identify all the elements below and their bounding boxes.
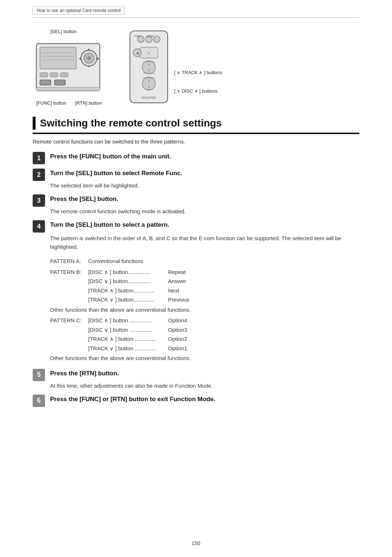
pattern-b-item-2: [DISC ∨ ] button............... Answer — [88, 277, 189, 286]
svg-rect-11 — [40, 80, 51, 85]
svg-rect-8 — [40, 73, 48, 77]
svg-text:∨: ∨ — [148, 63, 150, 66]
right-remote: PWR BAND + ◀ ∨ ∧ TUNE/SEEK TRACK/APS — [127, 29, 222, 105]
step-number-4: 4 — [33, 220, 45, 233]
track-up-opt2-key: [TRACK ∧ ] button .............. — [88, 334, 168, 344]
svg-text:PRESET/CH: PRESET/CH — [143, 77, 155, 79]
track-up-next-val: Next — [168, 286, 179, 295]
step-number-3: 3 — [33, 194, 45, 207]
pattern-b-footer: Other functions than the above are conve… — [50, 305, 359, 315]
pattern-b-item-3: [TRACK ∧ ] button.............. Next — [88, 286, 189, 295]
track-down-opt1-val: Option1 — [168, 344, 187, 353]
track-up-opt2-val: Option2 — [168, 334, 187, 344]
disc-down-answer-val: Answer — [168, 277, 186, 286]
pattern-section: PATTERN A: Conventional functions PATTER… — [50, 257, 359, 363]
step-5-note: At this time, other adjustments can also… — [50, 383, 359, 389]
svg-text:▶: ▶ — [97, 57, 99, 60]
pattern-c-items: [DISC ∧ ] button ............... Option4… — [88, 316, 187, 353]
section-intro: Remote control functions can be switched… — [33, 138, 359, 145]
step-2-note: The selected item will be highlighted. — [50, 182, 359, 189]
step-2: 2 Turn the [SEL] button to select Remote… — [33, 168, 359, 181]
breadcrumb: How to use an optional Card remote contr… — [33, 7, 124, 15]
svg-text:∧: ∧ — [148, 69, 150, 72]
pattern-c-row: PATTERN C: [DISC ∧ ] button ............… — [50, 316, 359, 353]
disc-down-opt3-val: Option3 — [168, 325, 187, 335]
svg-text:◀: ◀ — [136, 51, 139, 55]
section-title: Switching the remote control settings — [33, 117, 359, 134]
track-down-prev-val: Previous — [168, 295, 189, 304]
svg-text:DISC: DISC — [146, 89, 152, 91]
step-6: 6 Press the [FUNC] or [RTN] button to ex… — [33, 394, 359, 407]
svg-rect-1 — [40, 47, 76, 69]
pattern-a-desc: Conventional functions — [88, 257, 143, 266]
page-number: 150 — [192, 540, 200, 546]
pattern-b-row: PATTERN B: [DISC ∧ ] button.............… — [50, 267, 359, 304]
step-number-6: 6 — [33, 395, 45, 407]
steps-container: 1 Press the [FUNC] button of the main un… — [33, 151, 359, 407]
header-divider — [33, 17, 359, 18]
svg-point-21 — [154, 36, 160, 43]
pattern-b-label: PATTERN B: — [50, 267, 88, 304]
svg-text:BAND: BAND — [147, 35, 154, 37]
svg-text:TRACK/APS: TRACK/APS — [143, 72, 155, 74]
step-5-text: Press the [RTN] button. — [50, 368, 119, 377]
section-title-bar — [33, 117, 36, 130]
track-buttons-label: [ ∨ TRACK ∧ ] buttons — [174, 70, 222, 75]
disc-buttons-label: [ ∨ DISC ∧ ] buttons — [174, 88, 222, 94]
step-1: 1 Press the [FUNC] button of the main un… — [33, 151, 359, 164]
svg-text:∨: ∨ — [148, 79, 150, 82]
pattern-c-item-1: [DISC ∧ ] button ............... Option4 — [88, 316, 187, 325]
page-wrapper: How to use an optional Card remote contr… — [0, 0, 392, 557]
pattern-c-item-4: [TRACK ∨ ] button .............. Option1 — [88, 344, 187, 353]
pattern-a-label: PATTERN A: — [50, 257, 88, 266]
track-down-prev-key: [TRACK ∨ ] button.............. — [88, 295, 168, 304]
pattern-a-row: PATTERN A: Conventional functions — [50, 257, 359, 266]
track-up-next-key: [TRACK ∧ ] button.............. — [88, 286, 168, 295]
diagram-area: [SEL] button — [33, 29, 359, 106]
step-2-text: Turn the [SEL] button to select Remote F… — [50, 168, 182, 177]
step-3-note: The remote control function switching mo… — [50, 208, 359, 214]
step-5: 5 Press the [RTN] button. — [33, 368, 359, 381]
step-4-text: Turn the [SEL] button to select a patter… — [50, 219, 169, 229]
step-3: 3 Press the [SEL] button. — [33, 194, 359, 207]
disc-up-opt4-key: [DISC ∧ ] button ............... — [88, 316, 168, 325]
func-label: [FUNC] button — [36, 100, 66, 106]
remote-labels-right: [ ∨ TRACK ∧ ] buttons [ ∨ DISC ∧ ] butto… — [174, 41, 222, 94]
pattern-b-items: [DISC ∧ ] button............... Repeat [… — [88, 267, 189, 304]
section-title-text: Switching the remote control settings — [40, 117, 222, 129]
pattern-c-label: PATTERN C: — [50, 316, 88, 353]
sel-label: [SEL] button — [50, 29, 77, 34]
rtn-label: [RTN] button — [75, 100, 102, 106]
svg-rect-13 — [36, 87, 100, 91]
disc-up-repeat-key: [DISC ∧ ] button............... — [88, 267, 168, 277]
svg-text:PWR: PWR — [134, 35, 140, 37]
step-number-1: 1 — [33, 152, 45, 164]
svg-text:∧: ∧ — [148, 85, 150, 88]
main-unit-svg: ▲ ▼ ◀ ▶ — [33, 36, 105, 98]
svg-rect-12 — [54, 80, 65, 85]
svg-point-7 — [87, 56, 91, 60]
svg-text:◀: ◀ — [79, 57, 81, 60]
pattern-b-item-1: [DISC ∧ ] button............... Repeat — [88, 267, 189, 277]
pattern4-intro: The pattern is switched in the order of … — [50, 234, 359, 251]
disc-down-opt3-key: [DISC ∨ ] button ............... — [88, 325, 168, 335]
svg-text:▲: ▲ — [87, 47, 91, 51]
svg-text:-: - — [148, 55, 150, 59]
func-rtn-labels: [FUNC] button [RTN] button — [36, 100, 102, 106]
remote-svg: PWR BAND + ◀ ∨ ∧ TUNE/SEEK TRACK/APS — [127, 29, 171, 105]
svg-text:ECLIPSE: ECLIPSE — [142, 96, 156, 100]
svg-rect-10 — [60, 73, 68, 77]
page-footer: 150 — [0, 540, 392, 546]
step-6-text: Press the [FUNC] or [RTN] button to exit… — [50, 394, 215, 403]
step-1-text: Press the [FUNC] button of the main unit… — [50, 151, 171, 160]
pattern-b-item-4: [TRACK ∨ ] button.............. Previous — [88, 295, 189, 304]
remote-with-labels: PWR BAND + ◀ ∨ ∧ TUNE/SEEK TRACK/APS — [127, 29, 222, 105]
step-number-2: 2 — [33, 169, 45, 181]
svg-text:TUNE/SEEK: TUNE/SEEK — [143, 61, 155, 63]
disc-down-answer-key: [DISC ∨ ] button............... — [88, 277, 168, 286]
pattern-c-item-2: [DISC ∨ ] button ............... Option3 — [88, 325, 187, 335]
step-3-text: Press the [SEL] button. — [50, 194, 118, 203]
step-4: 4 Turn the [SEL] button to select a patt… — [33, 219, 359, 233]
svg-rect-9 — [50, 73, 58, 77]
step-number-5: 5 — [33, 369, 45, 381]
